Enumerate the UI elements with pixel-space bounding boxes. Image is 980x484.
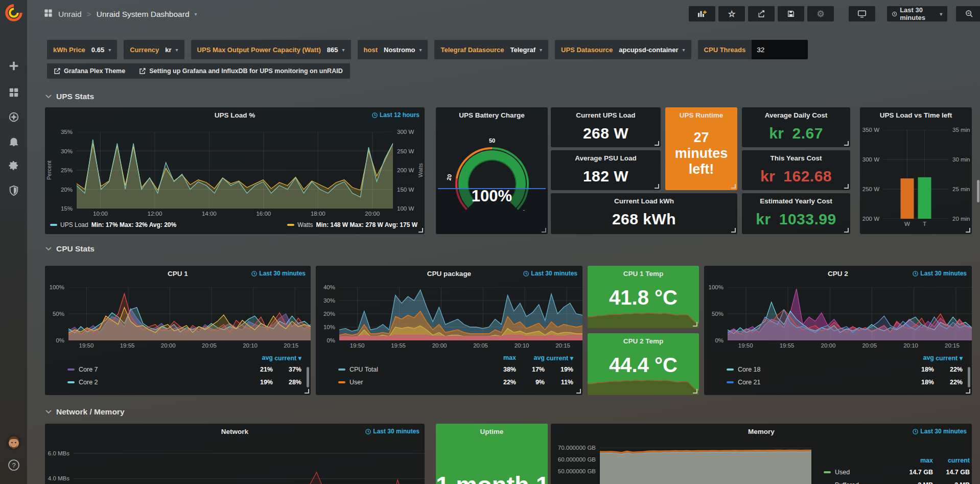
server-admin-shield-icon[interactable] [0, 185, 27, 198]
plot-area[interactable] [600, 442, 811, 484]
user-avatar[interactable] [0, 434, 27, 453]
legend-column-current[interactable]: current ▾ [934, 354, 963, 362]
legend-series[interactable]: WattsMin: 148 W Max: 278 W Avg: 175 W [287, 221, 417, 228]
legend-column-max[interactable]: max [896, 457, 933, 464]
plot-area[interactable] [74, 442, 425, 484]
help-icon[interactable]: ? [0, 459, 27, 473]
variable-ups-max-power[interactable]: UPS Max Output Power Capacity (Watt)865▾ [191, 40, 351, 59]
legend-series[interactable]: Buffered [824, 481, 896, 484]
zoom-out-button[interactable] [956, 6, 980, 21]
panel-title[interactable]: Current UPS Load [551, 111, 661, 119]
share-button[interactable] [748, 6, 775, 21]
breadcrumb-folder[interactable]: Unraid [58, 10, 82, 19]
star-button[interactable]: ☆ [718, 6, 745, 21]
legend-series-color [67, 381, 75, 383]
plot-area[interactable] [68, 287, 311, 340]
variable-ups-datasource[interactable]: UPS Datasourceapcupsd-container▾ [555, 40, 691, 59]
plot-area[interactable] [883, 130, 948, 219]
panel-title[interactable]: Uptime [436, 428, 548, 435]
legend-series[interactable]: Core 7 [67, 366, 244, 373]
panel-resize-handle[interactable] [576, 389, 581, 394]
panel-timerange-link[interactable]: Last 30 minutes [251, 270, 306, 277]
plot-area[interactable] [339, 287, 582, 340]
time-range-picker[interactable]: Last 30 minutes▾ [887, 6, 948, 21]
legend-column-avg[interactable]: avg [244, 354, 273, 361]
section-ups-stats[interactable]: UPS Stats [45, 92, 94, 101]
configuration-gear-icon[interactable] [0, 160, 27, 174]
chevron-down-icon[interactable]: ▾ [195, 11, 197, 17]
explore-compass-icon[interactable] [0, 111, 27, 125]
y-axis-l: 100%50%0% [704, 287, 728, 340]
plot-area[interactable] [77, 132, 393, 209]
panel-ups-load-graph: UPS Load % Last 12 hours Percent35%30%25… [45, 107, 425, 234]
panel-resize-handle[interactable] [966, 228, 970, 233]
panel-title[interactable]: Average PSU Load [551, 154, 661, 162]
create-plus-icon[interactable] [0, 60, 27, 74]
legend-series[interactable]: Core 18 [727, 366, 905, 373]
panel-title[interactable]: Current Load kWh [551, 197, 737, 205]
page-scrollbar[interactable] [977, 180, 979, 202]
legend-column-current[interactable]: current ▾ [273, 354, 301, 362]
variable-kwh-price[interactable]: kWh Price0.65▾ [47, 40, 117, 59]
legend-column-current[interactable]: current ▾ [545, 354, 573, 362]
alerting-bell-icon[interactable] [0, 136, 27, 149]
legend-series[interactable]: Used [824, 469, 896, 476]
breadcrumb: Unraid > Unraid System Dashboard ▾ [43, 8, 197, 20]
legend-scrollbar[interactable] [968, 367, 970, 387]
legend-column-avg[interactable]: avg [905, 354, 934, 361]
panel-title[interactable]: UPS Battery Charge [436, 111, 548, 119]
section-network-memory[interactable]: Network / Memory [45, 407, 125, 417]
dashboard-grid-icon[interactable] [43, 8, 53, 20]
link-grafana-plex-theme[interactable]: Grafana Plex Theme [54, 67, 125, 75]
panel-title[interactable]: Average Daily Cost [742, 111, 850, 119]
legend-row: Core 2118%22% [727, 376, 963, 388]
panel-title[interactable]: Estimated Yearly Cost [742, 197, 850, 205]
variable-currency[interactable]: Currencykr▾ [124, 40, 184, 59]
plot-area[interactable] [728, 287, 972, 340]
panel-resize-handle[interactable] [418, 228, 423, 233]
panel-title[interactable]: UPS Load % [45, 111, 425, 119]
panel-timerange-link[interactable]: Last 30 minutes [523, 270, 577, 277]
save-button[interactable] [778, 6, 804, 21]
panel-resize-handle[interactable] [693, 322, 697, 327]
panel-title[interactable]: Memory [551, 428, 972, 435]
panel-resize-handle[interactable] [731, 228, 736, 233]
panel-title[interactable]: This Years Cost [742, 154, 850, 162]
legend-series[interactable]: User [338, 379, 487, 386]
panel-timerange-link[interactable]: Last 12 hours [372, 111, 419, 119]
panel-resize-handle[interactable] [844, 228, 849, 233]
breadcrumb-dashboard-title[interactable]: Unraid System Dashboard [97, 10, 190, 19]
dashboard-settings-button[interactable]: ⚙ [807, 6, 834, 21]
link-ups-monitoring-guide[interactable]: Setting up Grafana and InfluxDB for UPS … [139, 67, 342, 75]
variable-host[interactable]: hostNostromo▾ [358, 40, 428, 59]
section-cpu-stats[interactable]: CPU Stats [45, 244, 95, 253]
legend-series[interactable]: UPS LoadMin: 17% Max: 32% Avg: 20% [50, 221, 176, 228]
panel-timerange-link[interactable]: Last 30 minutes [913, 428, 967, 435]
panel-timerange-link[interactable]: Last 30 minutes [913, 270, 967, 277]
legend-row: Core 1818%22% [727, 363, 963, 376]
breadcrumb-separator: > [87, 10, 91, 19]
cpu-threads-input[interactable]: 32 [752, 40, 808, 59]
grafana-logo-icon[interactable] [0, 4, 27, 24]
legend-series[interactable]: CPU Total [338, 366, 487, 373]
panel-resize-handle[interactable] [731, 184, 736, 189]
dashboards-icon[interactable] [0, 87, 27, 100]
panel-title[interactable]: CPU 1 Temp [588, 270, 699, 278]
add-panel-button[interactable] [689, 6, 715, 21]
panel-resize-handle[interactable] [693, 389, 697, 394]
panel-resize-handle[interactable] [966, 389, 970, 394]
panel-title[interactable]: UPS Runtime [665, 111, 737, 119]
legend-series[interactable]: Core 2 [67, 379, 244, 386]
y-axis-r: 35 min30 min25 min20 min [948, 130, 972, 219]
panel-timerange-link[interactable]: Last 30 minutes [365, 428, 419, 435]
variable-telegraf-datasource[interactable]: Telegraf DatasourceTelegraf▾ [434, 40, 548, 59]
panel-title[interactable]: UPS Load vs Time left [860, 111, 972, 119]
legend-column-current[interactable]: current [933, 457, 970, 464]
panel-title[interactable]: CPU 2 Temp [588, 337, 699, 345]
legend-series[interactable]: Core 21 [727, 379, 905, 386]
legend-column-avg[interactable]: avg [516, 354, 545, 361]
legend-scrollbar[interactable] [307, 367, 309, 387]
tv-mode-button[interactable] [849, 6, 875, 21]
legend-column-max[interactable]: max [487, 354, 516, 361]
panel-resize-handle[interactable] [305, 389, 309, 394]
